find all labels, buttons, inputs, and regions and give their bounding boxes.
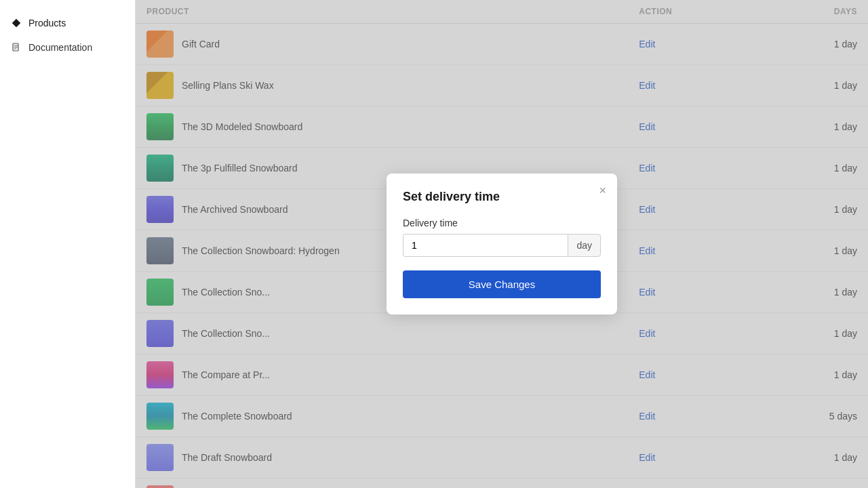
delivery-time-field: Delivery time day	[403, 218, 601, 257]
delivery-time-input[interactable]	[403, 234, 568, 257]
sidebar-item-products[interactable]: Products	[0, 11, 135, 35]
sidebar-item-products-label: Products	[28, 18, 66, 28]
modal-overlay: × Set delivery time Delivery time day Sa…	[136, 0, 868, 488]
sidebar: Products Documentation	[0, 0, 136, 488]
delivery-time-label: Delivery time	[403, 218, 601, 228]
save-changes-button[interactable]: Save Changes	[403, 270, 601, 298]
delivery-time-input-row: day	[403, 234, 601, 257]
file-icon	[11, 42, 22, 53]
diamond-icon	[11, 18, 22, 28]
sidebar-item-documentation-label: Documentation	[28, 42, 92, 53]
delivery-time-unit: day	[568, 234, 601, 257]
modal-close-button[interactable]: ×	[596, 182, 609, 199]
main-content: PRODUCT ACTION DAYS Gift Card Edit 1 day…	[136, 0, 868, 488]
modal-title: Set delivery time	[403, 190, 601, 204]
sidebar-item-documentation[interactable]: Documentation	[0, 35, 135, 60]
delivery-time-modal: × Set delivery time Delivery time day Sa…	[387, 174, 617, 314]
